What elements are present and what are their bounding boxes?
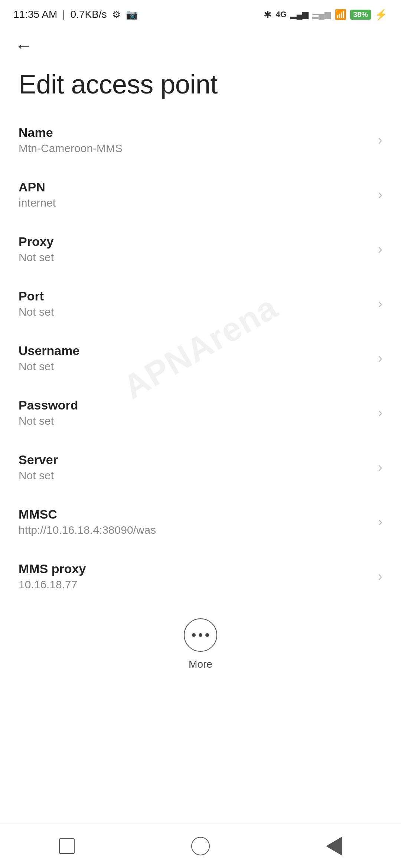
- nav-back-button[interactable]: [312, 831, 356, 861]
- chevron-right-icon-apn: ›: [378, 187, 382, 203]
- bluetooth-icon: ✱: [264, 9, 272, 20]
- settings-label-mmsc: MMSC: [19, 507, 371, 522]
- back-button[interactable]: ←: [15, 37, 386, 55]
- nav-recent-button[interactable]: [45, 831, 89, 861]
- settings-item-content-apn: APN internet: [19, 180, 371, 209]
- chevron-right-icon-server: ›: [378, 460, 382, 475]
- settings-item-content-username: Username Not set: [19, 343, 371, 373]
- settings-item-content-mms-proxy: MMS proxy 10.16.18.77: [19, 562, 371, 591]
- more-button[interactable]: [184, 618, 217, 652]
- wifi-icon: 📶: [335, 9, 346, 20]
- settings-value-mms-proxy: 10.16.18.77: [19, 578, 371, 591]
- settings-item-username[interactable]: Username Not set ›: [0, 331, 401, 385]
- more-label: More: [189, 658, 212, 670]
- status-left: 11:35 AM | 0.7KB/s ⚙ 📷: [13, 9, 138, 20]
- settings-value-server: Not set: [19, 469, 371, 482]
- settings-value-name: Mtn-Cameroon-MMS: [19, 142, 371, 155]
- settings-value-proxy: Not set: [19, 251, 371, 264]
- settings-item-mms-proxy[interactable]: MMS proxy 10.16.18.77 ›: [0, 549, 401, 604]
- settings-label-apn: APN: [19, 180, 371, 194]
- settings-item-content-name: Name Mtn-Cameroon-MMS: [19, 125, 371, 155]
- settings-label-mms-proxy: MMS proxy: [19, 562, 371, 576]
- settings-label-server: Server: [19, 453, 371, 467]
- network-4g-icon: 4G: [276, 10, 286, 19]
- recents-icon: [59, 838, 75, 854]
- settings-item-content-password: Password Not set: [19, 398, 371, 427]
- battery-indicator: 38%: [350, 10, 371, 20]
- navigation-bar: [0, 823, 401, 868]
- settings-value-password: Not set: [19, 415, 371, 427]
- settings-item-content-server: Server Not set: [19, 453, 371, 482]
- settings-item-content-port: Port Not set: [19, 289, 371, 318]
- dot2: [199, 633, 202, 637]
- settings-value-mmsc: http://10.16.18.4:38090/was: [19, 524, 371, 536]
- chevron-right-icon-mms-proxy: ›: [378, 569, 382, 584]
- settings-label-port: Port: [19, 289, 371, 303]
- settings-value-apn: internet: [19, 197, 371, 209]
- status-network-speed: 0.7KB/s: [71, 9, 107, 20]
- settings-item-server[interactable]: Server Not set ›: [0, 440, 401, 494]
- chevron-right-icon-username: ›: [378, 351, 382, 366]
- settings-value-username: Not set: [19, 360, 371, 373]
- toolbar: ←: [0, 27, 401, 59]
- status-right: ✱ 4G ▂▄▆ ▂▄▆ 📶 38% ⚡: [264, 9, 388, 21]
- settings-item-apn[interactable]: APN internet ›: [0, 167, 401, 222]
- chevron-right-icon-name: ›: [378, 132, 382, 148]
- settings-label-password: Password: [19, 398, 371, 412]
- settings-item-content-proxy: Proxy Not set: [19, 234, 371, 264]
- chevron-right-icon-port: ›: [378, 296, 382, 312]
- signal-icon2: ▂▄▆: [312, 10, 331, 19]
- more-dots-icon: [192, 633, 209, 637]
- camera-icon: 📷: [126, 9, 138, 20]
- page-title: Edit access point: [0, 59, 401, 113]
- chevron-right-icon-proxy: ›: [378, 241, 382, 257]
- dot1: [192, 633, 196, 637]
- settings-list: Name Mtn-Cameroon-MMS › APN internet › P…: [0, 113, 401, 604]
- home-icon: [191, 837, 210, 855]
- more-action-area: More: [0, 607, 401, 678]
- settings-item-proxy[interactable]: Proxy Not set ›: [0, 222, 401, 276]
- settings-item-mmsc[interactable]: MMSC http://10.16.18.4:38090/was ›: [0, 494, 401, 549]
- back-arrow-icon: ←: [15, 37, 33, 55]
- status-speed: |: [62, 9, 65, 20]
- settings-label-proxy: Proxy: [19, 234, 371, 249]
- back-icon: [326, 836, 342, 856]
- settings-value-port: Not set: [19, 306, 371, 318]
- settings-item-password[interactable]: Password Not set ›: [0, 385, 401, 440]
- charging-icon: ⚡: [375, 9, 388, 21]
- settings-item-port[interactable]: Port Not set ›: [0, 276, 401, 331]
- settings-item-name[interactable]: Name Mtn-Cameroon-MMS ›: [0, 113, 401, 167]
- signal-icon: ▂▄▆: [290, 10, 309, 19]
- status-bar: 11:35 AM | 0.7KB/s ⚙ 📷 ✱ 4G ▂▄▆ ▂▄▆ 📶 38…: [0, 0, 401, 27]
- settings-label-username: Username: [19, 343, 371, 358]
- settings-label-name: Name: [19, 125, 371, 140]
- nav-home-button[interactable]: [178, 831, 223, 861]
- dot3: [205, 633, 209, 637]
- settings-icon: ⚙: [112, 9, 121, 20]
- main-content: Name Mtn-Cameroon-MMS › APN internet › P…: [0, 113, 401, 737]
- status-time: 11:35 AM: [13, 9, 57, 20]
- chevron-right-icon-password: ›: [378, 405, 382, 421]
- chevron-right-icon-mmsc: ›: [378, 514, 382, 530]
- settings-item-content-mmsc: MMSC http://10.16.18.4:38090/was: [19, 507, 371, 536]
